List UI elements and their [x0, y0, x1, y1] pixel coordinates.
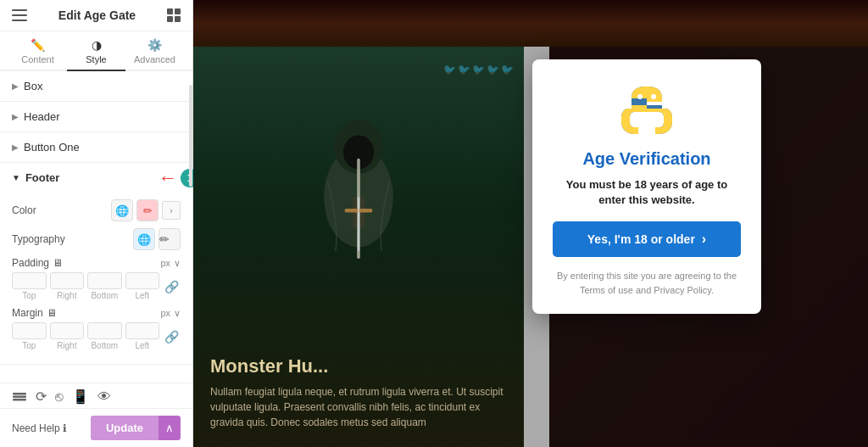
- svg-rect-3: [167, 8, 173, 14]
- padding-bottom-input[interactable]: [87, 272, 122, 289]
- padding-top-input[interactable]: [12, 272, 47, 289]
- header-section: ▶ Header: [0, 102, 192, 132]
- margin-right-input[interactable]: [50, 322, 85, 339]
- effects-icon-button[interactable]: ⟳: [36, 388, 47, 405]
- footer-label: Footer: [25, 171, 59, 184]
- margin-left-wrap: Left: [125, 322, 160, 350]
- panel-title: Edit Age Gate: [58, 8, 136, 22]
- content-title: Monster Hu...: [210, 355, 507, 377]
- margin-right-wrap: Right: [50, 322, 85, 350]
- typography-row: Typography 🌐 ✏: [12, 228, 181, 250]
- warrior-figure: [291, 89, 426, 259]
- padding-unit-chevron: ∨: [174, 258, 181, 269]
- header-label: Header: [24, 110, 60, 123]
- right-area: 🐦🐦🐦🐦🐦 Monster Hu... Nullam feugiat ligul…: [193, 0, 868, 447]
- margin-link-icon[interactable]: 🔗: [163, 330, 181, 344]
- footer-expand-icon: ▼: [12, 173, 20, 182]
- age-verify-label: Yes, I'm 18 or older: [587, 232, 695, 246]
- header-accordion-header[interactable]: ▶ Header: [0, 102, 192, 131]
- padding-link-icon[interactable]: 🔗: [163, 280, 181, 293]
- age-verify-button[interactable]: Yes, I'm 18 or older ›: [553, 221, 741, 257]
- tab-advanced[interactable]: ⚙️ Advanced: [125, 31, 184, 71]
- content-body: Nullam feugiat ligula neque, et rutrum l…: [210, 384, 507, 430]
- margin-left-input[interactable]: [125, 322, 160, 339]
- box-header[interactable]: ▶ Box: [0, 71, 192, 101]
- padding-right-wrap: Right: [50, 272, 85, 300]
- content-image-area: 🐦🐦🐦🐦🐦 Monster Hu... Nullam feugiat ligul…: [193, 47, 524, 447]
- button-one-header[interactable]: ▶ Button One: [0, 132, 192, 162]
- eye-icon-button[interactable]: 👁: [97, 389, 111, 405]
- color-globe-button[interactable]: 🌐: [111, 199, 133, 221]
- update-chevron-button[interactable]: ∧: [159, 416, 181, 440]
- padding-bottom-wrap: Bottom: [87, 272, 122, 300]
- content-tab-label: Content: [21, 54, 54, 64]
- svg-rect-5: [167, 16, 173, 22]
- advanced-tab-label: Advanced: [134, 54, 175, 64]
- padding-label-row: Padding 🖥: [12, 257, 63, 269]
- padding-right-input[interactable]: [50, 272, 85, 289]
- svg-point-17: [637, 94, 643, 99]
- need-help-link[interactable]: Need Help ℹ: [12, 422, 67, 434]
- margin-unit-row: px ∨: [160, 308, 181, 319]
- padding-unit-row: px ∨: [160, 258, 181, 269]
- margin-label-row: Margin 🖥: [12, 307, 57, 319]
- margin-inputs: Top Right Bottom Left 🔗: [12, 322, 181, 350]
- svg-rect-4: [175, 8, 181, 14]
- margin-unit: px: [160, 308, 170, 318]
- typography-pen-button[interactable]: ✏: [159, 228, 181, 250]
- modal-title: Age Verification: [582, 149, 710, 169]
- red-arrow-icon: ←: [159, 169, 177, 187]
- margin-container: Margin 🖥 px ∨ Top Right: [12, 307, 181, 350]
- margin-top-input[interactable]: [12, 322, 47, 339]
- grid-view-button[interactable]: [167, 8, 181, 22]
- typography-globe-button[interactable]: 🌐: [133, 228, 155, 250]
- button-one-label: Button One: [24, 141, 80, 154]
- padding-label: Padding: [12, 257, 49, 269]
- color-label: Color: [12, 204, 80, 216]
- style-tab-label: Style: [86, 54, 106, 64]
- padding-left-input[interactable]: [125, 272, 160, 289]
- update-button[interactable]: Update: [91, 416, 159, 440]
- left-panel: Edit Age Gate ✏️ Content ◑ Style ⚙️ Adva…: [0, 0, 193, 447]
- top-bar: [193, 0, 868, 47]
- margin-bottom-label: Bottom: [91, 341, 118, 350]
- margin-unit-chevron: ∨: [174, 308, 181, 319]
- typography-controls: 🌐 ✏: [133, 228, 181, 250]
- content-tab-icon: ✏️: [31, 38, 45, 52]
- footer-section: ▼ Footer ← 1 Color 🌐 ✏ › Typography: [0, 163, 192, 365]
- responsive-icon-button[interactable]: 📱: [72, 388, 89, 405]
- advanced-tab-icon: ⚙️: [147, 38, 162, 52]
- margin-bottom-wrap: Bottom: [87, 322, 122, 350]
- need-help-icon: ℹ: [63, 422, 67, 434]
- margin-left-label: Left: [135, 341, 149, 350]
- hamburger-menu-button[interactable]: [12, 9, 27, 21]
- margin-top-wrap: Top: [12, 322, 47, 350]
- margin-bottom-input[interactable]: [87, 322, 122, 339]
- padding-bottom-label: Bottom: [91, 291, 118, 300]
- padding-right-label: Right: [57, 291, 76, 300]
- svg-rect-2: [12, 20, 27, 21]
- svg-rect-7: [13, 393, 26, 395]
- svg-rect-9: [13, 399, 26, 401]
- svg-point-18: [651, 94, 656, 99]
- modal-subtitle: You must be 18 years of age to enter thi…: [553, 177, 741, 208]
- birds-decoration: 🐦🐦🐦🐦🐦: [443, 64, 515, 75]
- modal-btn-chevron-icon: ›: [702, 232, 706, 247]
- svg-rect-16: [358, 197, 359, 251]
- panel-bottom-icons: ⟳ ⎋ 📱 👁: [0, 383, 192, 410]
- layers-icon-button[interactable]: [12, 389, 27, 405]
- footer-accordion-header[interactable]: ▼ Footer ← 1: [0, 163, 192, 193]
- tab-content[interactable]: ✏️ Content: [8, 31, 67, 71]
- padding-top-label: Top: [22, 291, 36, 300]
- svg-rect-6: [175, 16, 181, 22]
- style-tabs: ✏️ Content ◑ Style ⚙️ Advanced: [0, 31, 192, 71]
- box-section: ▶ Box: [0, 71, 192, 102]
- tab-style[interactable]: ◑ Style: [67, 31, 125, 71]
- button-one-arrow-icon: ▶: [12, 142, 19, 152]
- color-pen-button[interactable]: ✏: [136, 199, 159, 221]
- padding-left-wrap: Left: [125, 272, 160, 300]
- history-icon-button[interactable]: ⎋: [55, 389, 64, 405]
- age-gate-modal: Age Verification You must be 18 years of…: [532, 59, 761, 314]
- color-side-button[interactable]: ›: [162, 201, 181, 220]
- panel-scrollbar[interactable]: [189, 85, 192, 187]
